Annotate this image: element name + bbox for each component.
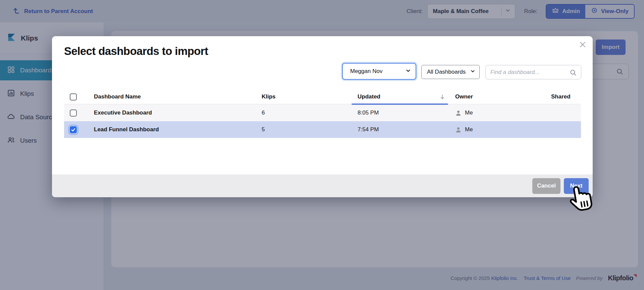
owner-filter-value: Meggan Nov (350, 68, 406, 75)
table-row[interactable]: Executive Dashboard 6 8:05 PM Me (64, 104, 581, 121)
column-header-name[interactable]: Dashboard Name (94, 93, 262, 100)
person-icon (455, 127, 462, 133)
close-icon[interactable] (578, 40, 587, 49)
klips-count: 6 (262, 110, 358, 116)
search-icon (569, 69, 577, 77)
column-header-klips[interactable]: Klips (262, 93, 358, 100)
column-header-updated[interactable]: Updated (358, 93, 455, 100)
table-row[interactable]: Lead Funnel Dashboard 5 7:54 PM Me (64, 121, 581, 138)
owner-name: Me (465, 126, 473, 133)
column-header-shared[interactable]: Shared (551, 93, 581, 100)
chevron-down-icon (470, 69, 475, 75)
import-dashboards-modal: Select dashboards to import Meggan Nov A… (52, 36, 593, 197)
modal-title: Select dashboards to import (64, 45, 208, 58)
person-icon (455, 110, 462, 116)
dashboard-search (485, 65, 581, 79)
updated-time: 8:05 PM (358, 110, 455, 116)
cancel-button[interactable]: Cancel (532, 178, 560, 194)
select-all-checkbox[interactable] (70, 93, 77, 100)
row-checkbox[interactable] (70, 126, 77, 133)
dashboard-name: Executive Dashboard (94, 110, 262, 116)
sorted-column-underline (352, 103, 448, 105)
row-checkbox[interactable] (70, 110, 77, 117)
chevron-down-icon (406, 68, 411, 75)
column-header-owner[interactable]: Owner (455, 93, 551, 100)
sort-arrow-down-icon (440, 94, 445, 100)
updated-time: 7:54 PM (358, 126, 455, 133)
dashboard-name: Lead Funnel Dashboard (94, 126, 262, 133)
dashboard-search-input[interactable] (486, 65, 581, 79)
dashboards-table: Dashboard Name Klips Updated Owner Share… (64, 90, 581, 138)
modal-footer: Cancel Next (52, 174, 593, 197)
table-header-row: Dashboard Name Klips Updated Owner Share… (64, 90, 581, 104)
klips-count: 5 (262, 126, 358, 133)
owner-cell: Me (455, 126, 551, 133)
owner-filter-dropdown[interactable]: Meggan Nov (342, 63, 416, 80)
dashboard-type-dropdown[interactable]: All Dashboards (421, 65, 480, 79)
owner-cell: Me (455, 110, 551, 116)
dashboard-type-value: All Dashboards (427, 69, 470, 75)
owner-name: Me (465, 110, 473, 116)
hand-pointer-cursor (567, 183, 597, 216)
